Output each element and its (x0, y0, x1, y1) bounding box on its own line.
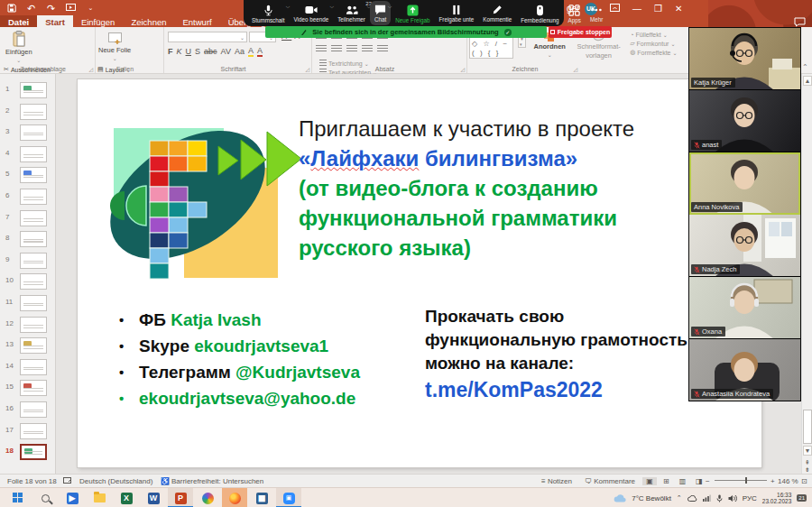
microphone-icon[interactable] (716, 494, 723, 502)
reading-view-icon[interactable]: ▥ (675, 477, 689, 485)
slide-thumbnail-4[interactable]: 4 (0, 145, 54, 165)
meeting-remote-button[interactable]: Fernbedienung (516, 1, 563, 25)
slide-title[interactable]: Приглашаем к участию в проекте «Лайфхаки… (299, 114, 750, 263)
promo-text[interactable]: Прокачать свою функциональную грамотност… (425, 305, 688, 401)
slide-thumbnail-18[interactable]: 18 (0, 443, 54, 463)
slide-thumbnail-3[interactable]: 3 (0, 124, 54, 143)
undo-icon[interactable]: ↶ (25, 3, 37, 14)
accessibility-status[interactable]: Barrierefreiheit: Untersuchen (171, 477, 263, 485)
customize-qat-icon[interactable]: ⌄ (85, 3, 97, 14)
slide-thumbnail-17[interactable]: 17 (0, 422, 54, 442)
dialog-launcher-icon[interactable]: ◿ (573, 66, 577, 72)
slide-18[interactable]: Приглашаем к участию в проекте «Лайфхаки… (78, 79, 761, 467)
slide-thumbnail-6[interactable]: 6 (0, 188, 54, 207)
font-button-4[interactable]: abc (204, 47, 217, 56)
shape-effects-button[interactable]: ◍Formeffekte⌄ (630, 49, 677, 56)
paint3d[interactable] (195, 488, 220, 507)
slide-thumbnail-12[interactable]: 12 (0, 316, 54, 336)
collapse-ribbon-icon[interactable]: ⌃ (802, 63, 808, 71)
dialog-launcher-icon[interactable]: ◿ (88, 66, 93, 72)
video-tile-oxana[interactable]: Oxana (689, 277, 800, 339)
slide-thumbnail-10[interactable]: 10 (0, 272, 54, 292)
shape-glyph-row[interactable]: ( ) { } (472, 49, 511, 58)
slide-thumbnail-13[interactable]: 13 (0, 336, 54, 356)
zoom-out-icon[interactable]: − (706, 477, 710, 485)
align-right-icon[interactable] (346, 45, 357, 53)
slideshow-icon[interactable] (65, 3, 77, 14)
tab-start[interactable]: Start (37, 15, 73, 27)
paste-button[interactable]: Einfügen⌄ (2, 30, 36, 64)
font-button-3[interactable]: S (195, 47, 200, 56)
weather-cloud-icon[interactable] (614, 494, 626, 502)
meeting-chat-button[interactable]: Chat⌵ (370, 1, 391, 25)
weather-text[interactable]: 7°C Bewölkt (632, 494, 671, 502)
meeting-more-button[interactable]: Mehr (586, 1, 607, 25)
speaker-icon[interactable] (728, 494, 737, 502)
notification-badge[interactable]: 21 (797, 494, 807, 502)
shape-glyph-row[interactable]: ◇ ☆ / ~ (472, 40, 511, 49)
close-button[interactable]: ✕ (675, 5, 682, 14)
clock[interactable]: 16:33 23.02.2023 (762, 492, 792, 504)
search-button[interactable] (32, 488, 58, 507)
font-button-8[interactable]: A (257, 46, 263, 57)
slide-thumbnail-14[interactable]: 14 (0, 358, 54, 378)
scrollbar-thumb[interactable] (803, 410, 812, 444)
scroll-up-icon[interactable]: ▲ (803, 76, 812, 86)
slide-thumbnail-5[interactable]: 5 (0, 166, 54, 186)
columns-icon[interactable] (377, 45, 388, 53)
meeting-annotate-button[interactable]: Kommentie (478, 1, 516, 25)
zoom-app[interactable]: ▣ (276, 488, 301, 507)
slide-thumbnail-1[interactable]: 1 (0, 81, 54, 101)
slide-thumbnail-8[interactable]: 8 (0, 230, 54, 250)
font-button-7[interactable]: A (248, 46, 254, 57)
zoom-level[interactable]: 146 % (778, 477, 798, 485)
slide-thumbnail-16[interactable]: 16 (0, 401, 54, 420)
comments-button[interactable]: 🗨 Kommentare (585, 477, 635, 485)
font-button-6[interactable]: Aa (235, 47, 245, 56)
save-icon[interactable] (5, 3, 17, 14)
meeting-mute-button[interactable]: Stummschalt⌵ (247, 1, 289, 25)
normal-view-icon[interactable]: ▣ (642, 477, 657, 485)
restore-button[interactable]: ❐ (654, 5, 662, 14)
tray-expand-icon[interactable]: ⌃ (677, 494, 682, 502)
redo-icon[interactable]: ↷ (45, 3, 57, 14)
meeting-participants-button[interactable]: Teilnehmer23⌵ (333, 1, 370, 25)
meeting-share-button[interactable]: Neue Freigab (391, 1, 434, 25)
display-settings-icon[interactable] (63, 477, 71, 486)
video-tile-anast[interactable]: anast (689, 90, 800, 152)
tab-datei[interactable]: Datei (0, 15, 37, 27)
video-tile-anna-novikova[interactable]: Anna Novikova (689, 152, 800, 215)
media-player[interactable]: ▶ (60, 488, 85, 507)
meeting-video-button[interactable]: Video beende⌵ (289, 1, 333, 25)
dialog-launcher-icon[interactable]: ◿ (460, 66, 465, 72)
slide-thumbnail-9[interactable]: 9 (0, 252, 54, 272)
stop-share-button[interactable]: Freigabe stoppen (549, 26, 612, 38)
meeting-pause-share-button[interactable]: Freigabe unte (434, 1, 478, 25)
calculator[interactable]: ▦ (249, 488, 274, 507)
dialog-launcher-icon[interactable]: ◿ (305, 66, 309, 72)
excel[interactable]: X (114, 488, 139, 507)
telegram-channel-link[interactable]: t.me/KomPas2022 (425, 378, 688, 401)
network-icon[interactable] (703, 494, 711, 502)
tab-einfügen[interactable]: Einfügen (73, 15, 124, 27)
notes-button[interactable]: ≡ Notizen (541, 477, 572, 485)
video-tile-nadja-zech[interactable]: Nadja Zech (689, 215, 800, 277)
ribbon-display-options-icon[interactable] (610, 4, 620, 14)
font-button-5[interactable]: AV (221, 47, 231, 56)
font-name-combobox[interactable]: ⌄ (168, 32, 247, 42)
minimize-button[interactable]: — (632, 5, 641, 14)
slideshow-view-icon[interactable]: ◨ (692, 477, 706, 485)
tab-zeichnen[interactable]: Zeichnen (123, 15, 174, 27)
scroll-down-icon[interactable]: ▼ (803, 446, 812, 456)
slide-thumbnail-11[interactable]: 11 (0, 294, 54, 314)
zoom-slider[interactable] (715, 480, 767, 481)
slide-thumbnail-2[interactable]: 2 (0, 103, 54, 123)
align-center-icon[interactable] (331, 45, 342, 53)
firefox[interactable] (222, 488, 247, 507)
new-slide-button[interactable]: Neue Folie⌄ (97, 30, 132, 64)
tab-entwurf[interactable]: Entwurf (175, 15, 220, 27)
contact-list[interactable]: •ФБ Katja Ivash•Skype ekoudrjavtseva1•Те… (115, 307, 360, 411)
language-status[interactable]: Deutsch (Deutschland) (79, 477, 152, 485)
video-tile-katja-kr-ger[interactable]: Katja Krüger (689, 28, 800, 90)
word[interactable]: W (141, 488, 166, 507)
